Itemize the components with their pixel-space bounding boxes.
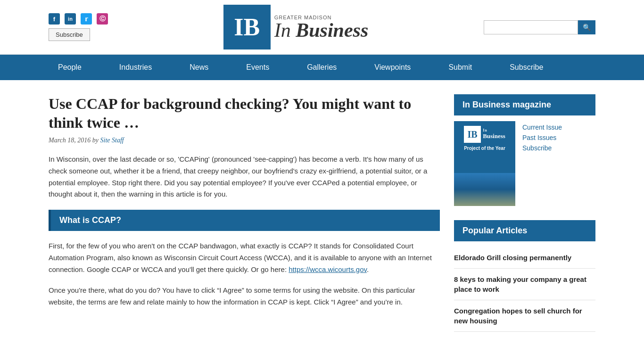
logo-area: IB Greater Madison In Business: [108, 5, 484, 49]
site-logo[interactable]: IB Greater Madison In Business: [223, 5, 369, 49]
magazine-section-title: In Business magazine: [454, 94, 595, 115]
magazine-cover: IB InBusiness Project of the Year: [454, 121, 515, 206]
social-icons: f in 𝕣 Ⓒ: [49, 13, 108, 25]
search-input[interactable]: [484, 20, 578, 34]
popular-article-2: 8 keys to making your company a great pl…: [454, 269, 595, 300]
facebook-icon[interactable]: f: [49, 13, 60, 25]
social-subscribe-area: f in 𝕣 Ⓒ Subscribe: [49, 13, 108, 41]
popular-article-3: Congregation hopes to sell church for ne…: [454, 300, 595, 332]
popular-article-1: Eldorado Grill closing permanently: [454, 247, 595, 269]
logo-text: Greater Madison In Business: [274, 15, 369, 40]
past-issues-link[interactable]: Past Issues: [522, 134, 562, 141]
subscribe-button[interactable]: Subscribe: [49, 28, 90, 41]
nav-viewpoints[interactable]: Viewpoints: [355, 55, 429, 80]
article-paragraph-1: In Wisconsin, over the last decade or so…: [49, 154, 440, 200]
instagram-icon[interactable]: Ⓒ: [97, 13, 108, 25]
magazine-cover-building: [454, 173, 515, 206]
section-heading-what-is-ccap: What is CCAP?: [49, 210, 440, 231]
para2-end: .: [367, 265, 369, 273]
popular-article-link-1[interactable]: Eldorado Grill closing permanently: [454, 254, 571, 262]
logo-box: IB: [223, 5, 271, 49]
nav-subscribe[interactable]: Subscribe: [491, 55, 562, 80]
main-nav: People Industries News Events Galleries …: [0, 55, 644, 80]
magazine-cover-project: Project of the Year: [464, 146, 505, 151]
article-date: March 18, 2016: [49, 137, 91, 144]
magazine-subscribe-link[interactable]: Subscribe: [522, 144, 562, 152]
popular-article-link-3[interactable]: Congregation hopes to sell church for ne…: [454, 307, 582, 325]
author-prefix: by: [92, 137, 100, 144]
article-meta: March 18, 2016 by Site Staff: [49, 137, 440, 144]
nav-galleries[interactable]: Galleries: [288, 55, 355, 80]
magazine-box: In Business magazine IB InBusiness Proje…: [454, 94, 595, 206]
popular-articles: Popular Articles Eldorado Grill closing …: [454, 220, 595, 332]
article-paragraph-3: Once you're there, what do you do? You h…: [49, 285, 440, 308]
nav-events[interactable]: Events: [227, 55, 288, 80]
article-paragraph-2: First, for the few of you who aren't on …: [49, 240, 440, 275]
article: Use CCAP for background checking? You mi…: [49, 94, 440, 341]
magazine-inner: IB InBusiness Project of the Year Curren…: [454, 121, 595, 206]
twitter-icon[interactable]: 𝕣: [81, 13, 92, 25]
para2-text: First, for the few of you who aren't on …: [49, 242, 432, 273]
nav-submit[interactable]: Submit: [429, 55, 491, 80]
magazine-links: Current Issue Past Issues Subscribe: [522, 121, 562, 152]
logo-main-text: In Business: [274, 20, 369, 40]
article-author[interactable]: Site Staff: [100, 137, 124, 144]
article-title: Use CCAP for background checking? You mi…: [49, 94, 440, 132]
linkedin-icon[interactable]: in: [65, 13, 76, 25]
wcca-link[interactable]: https://wcca.wicourts.gov: [289, 265, 367, 273]
sidebar: In Business magazine IB InBusiness Proje…: [454, 94, 595, 341]
popular-articles-title: Popular Articles: [454, 220, 595, 241]
search-button[interactable]: 🔍: [578, 20, 595, 34]
current-issue-link[interactable]: Current Issue: [522, 123, 562, 131]
search-area: 🔍: [484, 20, 595, 34]
popular-article-link-2[interactable]: 8 keys to making your company a great pl…: [454, 275, 586, 293]
nav-news[interactable]: News: [171, 55, 227, 80]
nav-industries[interactable]: Industries: [100, 55, 171, 80]
nav-people[interactable]: People: [39, 55, 100, 80]
